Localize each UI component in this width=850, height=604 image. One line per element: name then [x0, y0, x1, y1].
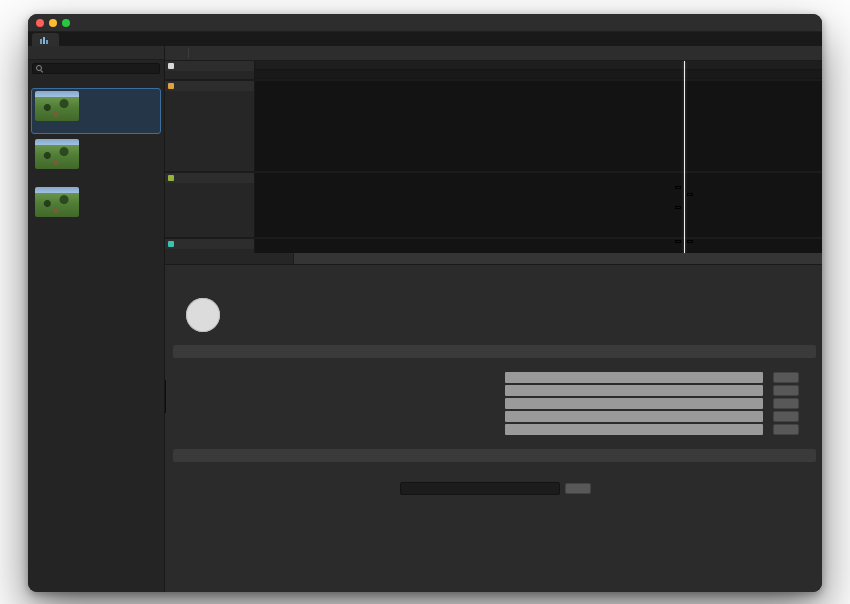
clear-button[interactable]: [257, 47, 263, 59]
clear-on-play-button[interactable]: [394, 47, 400, 59]
highlights-cpu-row[interactable]: [255, 61, 822, 70]
legend-others[interactable]: [165, 155, 254, 163]
view-button[interactable]: [773, 398, 799, 409]
tab-strip: [28, 32, 822, 46]
triangles-swatch-icon: [171, 201, 176, 206]
previous-frame-button[interactable]: [225, 47, 229, 59]
legend-batches-count[interactable]: [165, 183, 254, 191]
global-illumination-swatch-icon: [171, 141, 176, 146]
cpu-scale-label: [258, 138, 264, 140]
search-icon: [36, 65, 44, 73]
play-mode-dropdown[interactable]: [194, 47, 202, 59]
details-panel: [165, 265, 822, 592]
marker-bar: [505, 372, 763, 383]
layout-grid-icon[interactable]: [796, 47, 800, 59]
memory-chart[interactable]: [255, 239, 822, 253]
view-button[interactable]: [773, 411, 799, 422]
vertices-callout: [687, 193, 693, 196]
capture-item[interactable]: [31, 88, 161, 134]
module-highlights[interactable]: [165, 61, 255, 79]
memory-module-icon: [168, 241, 174, 247]
module-memory[interactable]: [165, 239, 255, 253]
rendering-chart[interactable]: [255, 173, 822, 237]
memory-total-callout: [675, 240, 681, 243]
legend-animation[interactable]: [165, 115, 254, 123]
legend-garbagecollector[interactable]: [165, 123, 254, 131]
highlights-gpu-row[interactable]: [255, 70, 822, 79]
scripts-swatch-icon: [171, 101, 176, 106]
call-stacks-dropdown[interactable]: [416, 47, 424, 59]
cpu-usage-chart[interactable]: [255, 81, 822, 171]
legend-vertices-count[interactable]: [165, 207, 254, 215]
legend-global-illumination[interactable]: [165, 139, 254, 147]
physics-swatch-icon: [171, 109, 176, 114]
profiler-window: [28, 14, 822, 592]
profiler-modules-dropdown[interactable]: [169, 47, 183, 59]
legend-rendering[interactable]: [165, 91, 254, 99]
window-controls: [28, 19, 70, 27]
capture-thumbnail: [35, 139, 79, 169]
next-frame-button[interactable]: [234, 47, 238, 59]
active-swatch-icon: [222, 296, 229, 303]
animation-swatch-icon: [171, 117, 176, 122]
capture-item[interactable]: [31, 184, 161, 230]
manual-book-icon[interactable]: [805, 47, 809, 59]
view-button[interactable]: [565, 483, 591, 494]
first-frame-button[interactable]: [216, 47, 220, 59]
waiting-swatch-icon: [222, 310, 229, 317]
close-button[interactable]: [36, 19, 44, 27]
cpu-scale-label: [258, 152, 264, 154]
rendering-swatch-icon: [171, 93, 176, 98]
vsync-swatch-icon: [171, 133, 176, 138]
captures-sidebar: [28, 46, 165, 592]
ui-swatch-icon: [171, 149, 176, 154]
frame-time-section-header[interactable]: [173, 345, 816, 358]
capture-item[interactable]: [31, 136, 161, 182]
minimize-button[interactable]: [49, 19, 57, 27]
current-frame-button[interactable]: [243, 47, 247, 59]
module-rendering[interactable]: [165, 173, 255, 237]
view-button[interactable]: [773, 424, 799, 435]
highlights-chart[interactable]: [255, 61, 822, 79]
legend-physics[interactable]: [165, 107, 254, 115]
rendering-module-icon: [168, 175, 174, 181]
highlights-module-icon: [168, 63, 174, 69]
marker-bar: [505, 424, 763, 435]
legend-scripts[interactable]: [165, 99, 254, 107]
target-frame-time-dropdown[interactable]: [165, 71, 254, 72]
selection-highlights-header: [293, 253, 822, 264]
legend-ui[interactable]: [165, 147, 254, 155]
capture-thumbnail: [35, 91, 79, 121]
vertices-swatch-icon: [171, 209, 176, 214]
view-button[interactable]: [773, 372, 799, 383]
module-cpu-usage[interactable]: [165, 81, 255, 171]
captures-search-input[interactable]: [32, 63, 160, 74]
cpu-usage-module-icon: [168, 83, 174, 89]
capture-sparkline: [35, 171, 157, 179]
marker-bar: [505, 398, 763, 409]
charts-area: [165, 61, 822, 253]
batches-callout: [675, 186, 681, 189]
gc-contributor-entry[interactable]: [400, 482, 560, 495]
capture-date-group[interactable]: [28, 76, 164, 87]
legend-vsync[interactable]: [165, 131, 254, 139]
legend-triangles-count[interactable]: [165, 199, 254, 207]
deep-profile-button[interactable]: [405, 47, 411, 59]
zoom-button[interactable]: [62, 19, 70, 27]
playhead[interactable]: [684, 61, 685, 253]
setpass-swatch-icon: [171, 193, 176, 198]
context-menu-icon[interactable]: [814, 47, 818, 59]
batches-swatch-icon: [171, 185, 176, 190]
marker-bar: [505, 411, 763, 422]
record-button[interactable]: [207, 47, 211, 59]
capture-thumbnail: [35, 187, 79, 217]
marker-bar: [505, 385, 763, 396]
titlebar: [28, 14, 822, 32]
legend-setpass-calls-count[interactable]: [165, 191, 254, 199]
view-button[interactable]: [773, 385, 799, 396]
tab-profiler[interactable]: [32, 33, 59, 46]
thread-utilization-donut: [186, 298, 220, 332]
allocations-section-header[interactable]: [173, 449, 816, 462]
garbagecollector-swatch-icon: [171, 125, 176, 130]
triangles-callout: [675, 206, 681, 209]
